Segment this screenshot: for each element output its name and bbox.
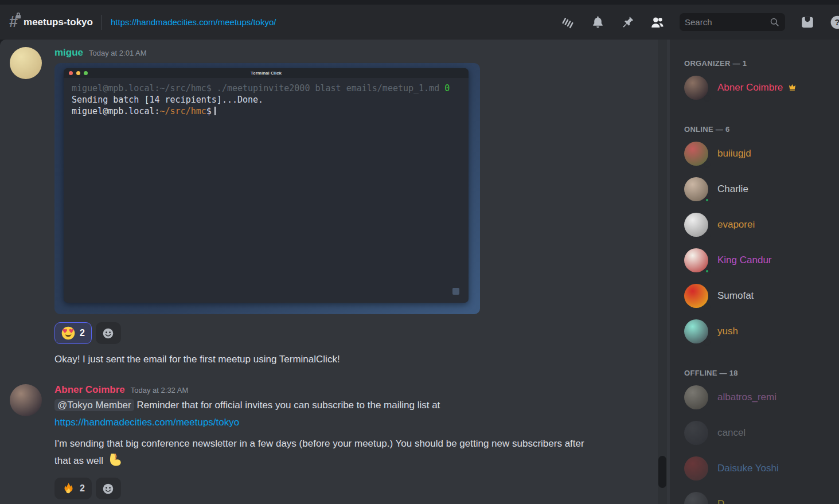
message-body: @Tokyo Member Reminder that for official…	[54, 397, 635, 470]
message-timestamp: Today at 2:01 AM	[89, 49, 146, 57]
member-name: Abner Coimbre	[717, 82, 797, 93]
member-row[interactable]: Daisuke Yoshi	[670, 451, 839, 486]
member-name: King Candur	[717, 255, 772, 266]
member-name: Sumofat	[717, 290, 754, 302]
reaction-fire[interactable]: 2	[54, 478, 92, 499]
terminal-cursor	[214, 107, 216, 115]
member-name: evaporei	[717, 219, 755, 230]
idle-status-icon	[704, 339, 711, 346]
avatar-migue[interactable]	[10, 47, 42, 79]
notification-settings-icon[interactable]	[590, 15, 605, 30]
svg-text:♥: ♥	[63, 328, 68, 334]
member-section-header: ONLINE — 6	[670, 106, 839, 136]
reaction-count: 2	[80, 328, 85, 338]
member-row[interactable]: D	[670, 486, 839, 504]
avatar	[684, 319, 708, 343]
svg-text:?: ?	[834, 17, 839, 27]
pinned-messages-icon[interactable]	[620, 15, 635, 30]
online-status-icon	[704, 197, 711, 204]
idle-status-icon	[704, 161, 711, 168]
message-paragraph: @Tokyo Member Reminder that for official…	[54, 397, 594, 431]
threads-icon[interactable]	[560, 15, 575, 30]
member-name: albatros_remi	[717, 392, 776, 403]
online-status-icon	[704, 268, 711, 275]
add-reaction-button[interactable]	[96, 478, 121, 499]
member-name: yush	[717, 326, 738, 337]
idle-status-icon	[704, 232, 711, 239]
member-row[interactable]: yush	[670, 314, 839, 349]
member-row[interactable]: evaporei	[670, 207, 839, 243]
chat-scrollbar[interactable]	[658, 40, 667, 504]
message-author[interactable]: migue	[54, 47, 83, 58]
channel-topic-link[interactable]: https://handmadecities.com/meetups/tokyo…	[111, 17, 276, 27]
member-list-toggle-icon[interactable]	[650, 15, 665, 30]
reaction-count: 2	[80, 483, 85, 494]
member-section-header: ORGANIZER — 1	[670, 40, 839, 70]
avatar	[684, 284, 708, 308]
message-group-abner: Abner CoimbreToday at 2:32 AM @Tokyo Mem…	[10, 384, 635, 499]
message-link[interactable]: https://handmadecities.com/meetups/tokyo	[54, 417, 239, 428]
message-list: migueToday at 2:01 AM Terminal Click mig…	[0, 40, 670, 499]
reaction-heart-eyes[interactable]: ♥♥2	[54, 322, 92, 344]
help-icon[interactable]: ?	[830, 15, 839, 30]
terminal-line: miguel@mpb.local:~/src/hmc$	[72, 106, 461, 117]
terminal-body: miguel@mpb.local:~/src/hmc$ ./meetupinvi…	[64, 78, 469, 122]
message-group-migue: migueToday at 2:01 AM Terminal Click mig…	[10, 47, 635, 367]
search-bar[interactable]	[680, 13, 785, 31]
message-timestamp: Today at 2:32 AM	[131, 386, 188, 394]
add-reaction-button[interactable]	[96, 322, 121, 344]
discord-app: # meetups-tokyo https://handmadecities.c…	[0, 0, 839, 504]
server-owner-crown-icon	[788, 83, 797, 92]
member-section-header: OFFLINE — 18	[670, 349, 839, 380]
member-row[interactable]: Abner Coimbre	[670, 70, 839, 106]
member-name: D	[717, 498, 724, 504]
avatar	[684, 177, 708, 201]
avatar	[684, 385, 708, 409]
member-name: Charlie	[717, 183, 748, 195]
avatar	[684, 213, 708, 237]
inbox-icon[interactable]	[800, 15, 815, 30]
member-name: Daisuke Yoshi	[717, 463, 779, 474]
chat-scrollbar-thumb[interactable]	[658, 456, 666, 488]
member-row[interactable]: Sumofat	[670, 278, 839, 314]
flex-biceps-emoji	[107, 452, 123, 468]
message-paragraph: I'm sending that big conference newslett…	[54, 435, 594, 470]
svg-text:♥: ♥	[69, 328, 74, 334]
member-row[interactable]: Charlie	[670, 171, 839, 207]
terminal-line: miguel@mpb.local:~/src/hmc$ ./meetupinvi…	[72, 83, 461, 94]
member-row[interactable]: cancel	[670, 415, 839, 451]
terminal-line: Sending batch [14 recipients]...Done.	[72, 94, 461, 106]
channel-name: meetups-tokyo	[24, 17, 93, 28]
message-author[interactable]: Abner Coimbre	[54, 384, 125, 395]
reactions-row: 2	[54, 478, 635, 499]
message-text: Okay! I just sent the email for the firs…	[54, 352, 594, 367]
member-row[interactable]: King Candur	[670, 243, 839, 278]
add-reaction-smiley-icon	[102, 483, 114, 495]
header-divider	[102, 15, 102, 30]
avatar	[684, 142, 708, 166]
avatar-abner[interactable]	[10, 384, 42, 416]
search-input[interactable]	[685, 17, 769, 27]
search-icon	[769, 17, 780, 28]
terminal-scroll-widget	[452, 288, 459, 295]
chat-area: migueToday at 2:01 AM Terminal Click mig…	[0, 40, 670, 504]
terminal-window-title: Terminal Click	[64, 71, 469, 76]
channel-hash-lock-icon: #	[9, 14, 18, 30]
avatar	[684, 492, 708, 504]
avatar	[684, 456, 708, 480]
role-mention[interactable]: @Tokyo Member	[54, 399, 134, 411]
member-row[interactable]: albatros_remi	[670, 380, 839, 415]
member-name: buiiugjd	[717, 148, 751, 159]
member-name: cancel	[717, 427, 746, 439]
member-row[interactable]: buiiugjd	[670, 136, 839, 171]
heart-eyes-emoji: ♥♥	[61, 326, 75, 340]
attachment-terminal-screenshot[interactable]: Terminal Click miguel@mpb.local:~/src/hm…	[54, 63, 480, 314]
add-reaction-smiley-icon	[102, 327, 114, 339]
idle-status-icon	[704, 303, 711, 310]
channel-header: # meetups-tokyo https://handmadecities.c…	[0, 5, 839, 40]
avatar	[684, 421, 708, 445]
member-list: ORGANIZER — 1Abner CoimbreONLINE — 6buii…	[670, 40, 839, 504]
reactions-row: ♥♥2	[54, 322, 635, 344]
idle-status-icon	[704, 95, 711, 102]
avatar	[684, 76, 708, 100]
